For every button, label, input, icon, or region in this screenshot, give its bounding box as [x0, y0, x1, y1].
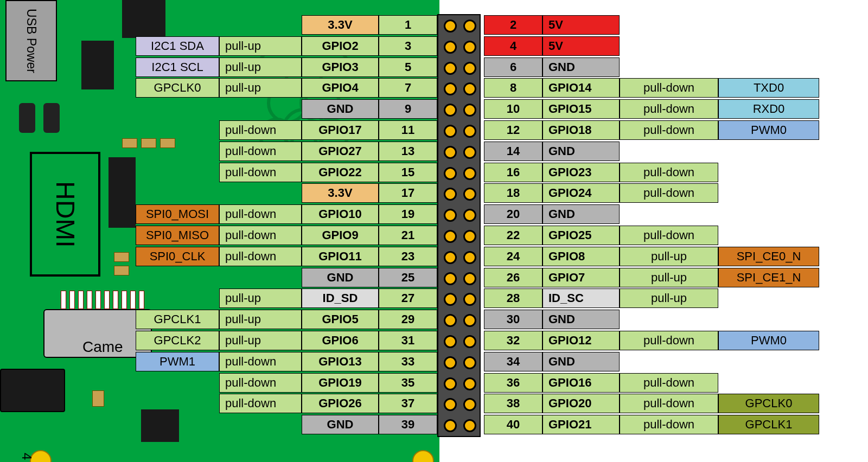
pin-pull: pull-up — [219, 36, 302, 56]
pin-number: 4 — [484, 36, 542, 56]
pin-name: ID_SC — [542, 288, 620, 308]
pin-name: ID_SD — [302, 288, 379, 308]
pin-pull: pull-down — [620, 163, 718, 182]
header-pin — [463, 82, 476, 95]
chip-icon — [108, 157, 136, 228]
pin-number: 34 — [484, 352, 542, 371]
pin-name: GPIO17 — [302, 120, 379, 140]
smd-icon — [160, 138, 175, 148]
pin-number: 9 — [379, 99, 437, 119]
header-pin — [463, 314, 476, 327]
header-pin — [463, 356, 476, 369]
smd-icon — [122, 138, 137, 148]
pin-name: GND — [302, 99, 379, 119]
pin-number: 18 — [484, 183, 542, 203]
pin-name: 5V — [542, 15, 620, 35]
gpio-header — [437, 14, 481, 437]
audio-jack — [0, 369, 65, 412]
pin-number: 6 — [484, 57, 542, 77]
header-pin — [444, 146, 457, 159]
pin-number: 22 — [484, 226, 542, 245]
pin-name: GPIO26 — [302, 394, 379, 413]
pin-name: GPIO2 — [302, 36, 379, 56]
pin-name: GND — [542, 352, 620, 371]
pin-pull: pull-down — [620, 331, 718, 350]
header-pin — [463, 62, 476, 75]
header-pin — [463, 272, 476, 285]
pin-alt: I2C1 SDA — [136, 36, 219, 56]
header-pin — [444, 293, 457, 306]
pin-number: 19 — [379, 204, 437, 224]
pin-number: 10 — [484, 99, 542, 119]
header-pin — [463, 20, 476, 33]
pin-number: 25 — [379, 268, 437, 287]
header-pin — [463, 335, 476, 348]
pin-alt: PWM1 — [136, 352, 219, 371]
header-pin — [444, 82, 457, 95]
pin-number: 15 — [379, 163, 437, 182]
header-pin — [463, 293, 476, 306]
header-pin — [444, 251, 457, 264]
smd-icon — [19, 103, 35, 133]
pin-number: 28 — [484, 288, 542, 308]
smd-icon — [92, 390, 104, 407]
hdmi-connector: HDMI — [30, 152, 100, 277]
pin-name: GPIO25 — [542, 226, 620, 245]
hdmi-label: HDMI — [50, 181, 80, 248]
pin-number: 39 — [379, 415, 437, 434]
camera-label: Came — [82, 338, 123, 356]
pin-pull: pull-down — [219, 142, 302, 161]
pin-name: GND — [302, 415, 379, 434]
pin-number: 7 — [379, 78, 437, 98]
pin-pull: pull-down — [219, 226, 302, 245]
pin-name: GPIO18 — [542, 120, 620, 140]
header-pin — [463, 188, 476, 201]
smd-icon — [43, 103, 60, 133]
pin-alt: GPCLK0 — [136, 78, 219, 98]
pin-pull: pull-down — [620, 78, 718, 98]
pin-pull: pull-down — [620, 373, 718, 393]
header-pin — [444, 230, 457, 243]
pin-name: GND — [302, 268, 379, 287]
pin-name: GPIO12 — [542, 331, 620, 350]
header-pin — [444, 167, 457, 180]
pin-number: 3 — [379, 36, 437, 56]
smd-icon — [141, 138, 156, 148]
usb-power-label: USB Power — [7, 1, 56, 80]
smd-icon — [114, 266, 129, 275]
header-pin — [444, 62, 457, 75]
pin-name: GPIO19 — [302, 373, 379, 393]
pin-pull: pull-up — [219, 57, 302, 77]
header-pin — [444, 356, 457, 369]
pin-number: 26 — [484, 268, 542, 287]
chip-icon — [122, 0, 165, 38]
pin-number: 23 — [379, 247, 437, 266]
header-pin — [463, 251, 476, 264]
header-pin — [444, 272, 457, 285]
pin-name: GPIO13 — [302, 352, 379, 371]
pin-name: GND — [542, 310, 620, 329]
pin-number: 27 — [379, 288, 437, 308]
header-pin — [463, 104, 476, 117]
pin-alt: RXD0 — [718, 99, 819, 119]
header-pin — [463, 230, 476, 243]
pin-pull: pull-up — [219, 78, 302, 98]
pin-pull: pull-down — [219, 352, 302, 371]
pin-alt: SPI_CE0_N — [718, 247, 819, 266]
header-pin — [463, 419, 476, 432]
pin-number: 11 — [379, 120, 437, 140]
pin-pull: pull-up — [219, 331, 302, 350]
pin-alt: I2C1 SCL — [136, 57, 219, 77]
mounting-hole-icon — [412, 450, 434, 462]
pin-pull: pull-down — [219, 163, 302, 182]
header-pin — [463, 209, 476, 222]
pin-number: 24 — [484, 247, 542, 266]
pin-number: 36 — [484, 373, 542, 393]
pin-number: 40 — [484, 415, 542, 434]
smd-icon — [114, 252, 129, 262]
pin-name: GPIO24 — [542, 183, 620, 203]
pin-number: 17 — [379, 183, 437, 203]
pin-pull: pull-down — [219, 373, 302, 393]
pin-pull: pull-down — [219, 247, 302, 266]
pin-alt: GPCLK1 — [136, 310, 219, 329]
